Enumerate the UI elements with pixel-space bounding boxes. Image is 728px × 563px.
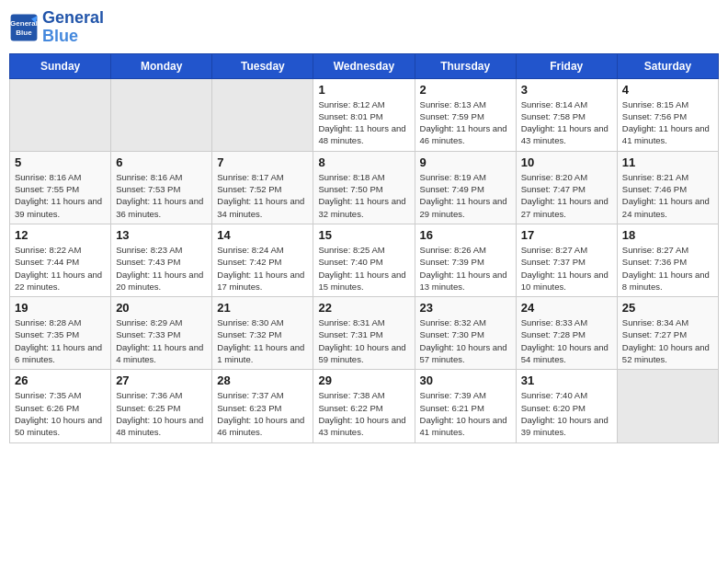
- day-number: 28: [217, 373, 308, 387]
- day-info: Sunrise: 8:20 AMSunset: 7:47 PMDaylight:…: [521, 171, 612, 220]
- calendar-cell: 25Sunrise: 8:34 AMSunset: 7:27 PMDayligh…: [617, 297, 718, 370]
- day-info: Sunrise: 8:30 AMSunset: 7:32 PMDaylight:…: [217, 316, 308, 365]
- logo-text: GeneralBlue: [42, 9, 104, 46]
- day-number: 2: [420, 83, 511, 97]
- day-info: Sunrise: 8:31 AMSunset: 7:31 PMDaylight:…: [318, 316, 409, 365]
- day-number: 24: [521, 301, 612, 315]
- calendar-cell: 17Sunrise: 8:27 AMSunset: 7:37 PMDayligh…: [516, 224, 617, 296]
- logo: General Blue GeneralBlue: [9, 9, 104, 46]
- day-number: 19: [15, 301, 106, 315]
- day-number: 8: [318, 155, 409, 169]
- calendar-cell: 8Sunrise: 8:18 AMSunset: 7:50 PMDaylight…: [313, 151, 415, 224]
- day-info: Sunrise: 8:29 AMSunset: 7:33 PMDaylight:…: [116, 316, 207, 365]
- day-info: Sunrise: 8:27 AMSunset: 7:37 PMDaylight:…: [521, 244, 612, 293]
- day-number: 1: [318, 83, 409, 97]
- calendar-cell: 14Sunrise: 8:24 AMSunset: 7:42 PMDayligh…: [212, 224, 313, 296]
- calendar-cell: 6Sunrise: 8:16 AMSunset: 7:53 PMDaylight…: [111, 151, 212, 224]
- day-number: 18: [622, 228, 713, 242]
- day-info: Sunrise: 8:18 AMSunset: 7:50 PMDaylight:…: [318, 171, 409, 220]
- calendar-cell: 11Sunrise: 8:21 AMSunset: 7:46 PMDayligh…: [617, 151, 718, 224]
- calendar-cell: 24Sunrise: 8:33 AMSunset: 7:28 PMDayligh…: [516, 297, 617, 370]
- calendar-cell: 3Sunrise: 8:14 AMSunset: 7:58 PMDaylight…: [516, 78, 617, 151]
- day-number: 7: [217, 155, 308, 169]
- day-header-wednesday: Wednesday: [313, 53, 415, 78]
- day-info: Sunrise: 7:35 AMSunset: 6:26 PMDaylight:…: [15, 389, 106, 438]
- logo-icon: General Blue: [9, 13, 39, 42]
- day-header-saturday: Saturday: [617, 53, 718, 78]
- day-info: Sunrise: 8:17 AMSunset: 7:52 PMDaylight:…: [217, 171, 308, 220]
- page-header: General Blue GeneralBlue: [9, 9, 719, 46]
- day-number: 4: [622, 83, 713, 97]
- calendar-cell: 12Sunrise: 8:22 AMSunset: 7:44 PMDayligh…: [10, 224, 111, 296]
- day-number: 17: [521, 228, 612, 242]
- calendar-table: SundayMondayTuesdayWednesdayThursdayFrid…: [9, 53, 719, 443]
- calendar-cell: 5Sunrise: 8:16 AMSunset: 7:55 PMDaylight…: [10, 151, 111, 224]
- day-info: Sunrise: 7:36 AMSunset: 6:25 PMDaylight:…: [116, 389, 207, 438]
- day-info: Sunrise: 8:27 AMSunset: 7:36 PMDaylight:…: [622, 244, 713, 293]
- calendar-cell: 13Sunrise: 8:23 AMSunset: 7:43 PMDayligh…: [111, 224, 212, 296]
- day-info: Sunrise: 8:13 AMSunset: 7:59 PMDaylight:…: [420, 98, 511, 147]
- day-info: Sunrise: 8:12 AMSunset: 8:01 PMDaylight:…: [318, 98, 409, 147]
- calendar-cell: [212, 78, 313, 151]
- day-info: Sunrise: 8:26 AMSunset: 7:39 PMDaylight:…: [420, 244, 511, 293]
- day-info: Sunrise: 7:37 AMSunset: 6:23 PMDaylight:…: [217, 389, 308, 438]
- day-number: 20: [116, 301, 207, 315]
- day-number: 3: [521, 83, 612, 97]
- day-number: 14: [217, 228, 308, 242]
- day-number: 10: [521, 155, 612, 169]
- calendar-cell: 18Sunrise: 8:27 AMSunset: 7:36 PMDayligh…: [617, 224, 718, 296]
- calendar-cell: 16Sunrise: 8:26 AMSunset: 7:39 PMDayligh…: [415, 224, 516, 296]
- calendar-cell: 31Sunrise: 7:40 AMSunset: 6:20 PMDayligh…: [516, 370, 617, 442]
- day-number: 15: [318, 228, 409, 242]
- day-info: Sunrise: 8:24 AMSunset: 7:42 PMDaylight:…: [217, 244, 308, 293]
- calendar-cell: 22Sunrise: 8:31 AMSunset: 7:31 PMDayligh…: [313, 297, 415, 370]
- calendar-cell: 4Sunrise: 8:15 AMSunset: 7:56 PMDaylight…: [617, 78, 718, 151]
- day-info: Sunrise: 8:25 AMSunset: 7:40 PMDaylight:…: [318, 244, 409, 293]
- day-header-monday: Monday: [111, 53, 212, 78]
- svg-text:Blue: Blue: [16, 29, 32, 37]
- day-info: Sunrise: 8:32 AMSunset: 7:30 PMDaylight:…: [420, 316, 511, 365]
- day-number: 16: [420, 228, 511, 242]
- day-info: Sunrise: 7:40 AMSunset: 6:20 PMDaylight:…: [521, 389, 612, 438]
- day-number: 22: [318, 301, 409, 315]
- day-header-sunday: Sunday: [10, 53, 111, 78]
- day-number: 27: [116, 373, 207, 387]
- calendar-cell: 20Sunrise: 8:29 AMSunset: 7:33 PMDayligh…: [111, 297, 212, 370]
- day-number: 13: [116, 228, 207, 242]
- calendar-cell: 27Sunrise: 7:36 AMSunset: 6:25 PMDayligh…: [111, 370, 212, 442]
- day-number: 9: [420, 155, 511, 169]
- day-info: Sunrise: 8:16 AMSunset: 7:55 PMDaylight:…: [15, 171, 106, 220]
- day-number: 25: [622, 301, 713, 315]
- day-info: Sunrise: 8:33 AMSunset: 7:28 PMDaylight:…: [521, 316, 612, 365]
- calendar-cell: [617, 370, 718, 442]
- calendar-cell: 15Sunrise: 8:25 AMSunset: 7:40 PMDayligh…: [313, 224, 415, 296]
- day-number: 30: [420, 373, 511, 387]
- calendar-cell: 10Sunrise: 8:20 AMSunset: 7:47 PMDayligh…: [516, 151, 617, 224]
- day-header-tuesday: Tuesday: [212, 53, 313, 78]
- calendar-cell: 19Sunrise: 8:28 AMSunset: 7:35 PMDayligh…: [10, 297, 111, 370]
- calendar-cell: 26Sunrise: 7:35 AMSunset: 6:26 PMDayligh…: [10, 370, 111, 442]
- calendar-cell: 28Sunrise: 7:37 AMSunset: 6:23 PMDayligh…: [212, 370, 313, 442]
- day-info: Sunrise: 8:16 AMSunset: 7:53 PMDaylight:…: [116, 171, 207, 220]
- day-header-friday: Friday: [516, 53, 617, 78]
- day-info: Sunrise: 8:21 AMSunset: 7:46 PMDaylight:…: [622, 171, 713, 220]
- day-info: Sunrise: 8:28 AMSunset: 7:35 PMDaylight:…: [15, 316, 106, 365]
- day-info: Sunrise: 8:23 AMSunset: 7:43 PMDaylight:…: [116, 244, 207, 293]
- calendar-cell: 29Sunrise: 7:38 AMSunset: 6:22 PMDayligh…: [313, 370, 415, 442]
- day-header-thursday: Thursday: [415, 53, 516, 78]
- day-number: 23: [420, 301, 511, 315]
- day-info: Sunrise: 8:22 AMSunset: 7:44 PMDaylight:…: [15, 244, 106, 293]
- calendar-cell: [10, 78, 111, 151]
- day-number: 21: [217, 301, 308, 315]
- calendar-cell: 21Sunrise: 8:30 AMSunset: 7:32 PMDayligh…: [212, 297, 313, 370]
- day-info: Sunrise: 8:34 AMSunset: 7:27 PMDaylight:…: [622, 316, 713, 365]
- day-number: 31: [521, 373, 612, 387]
- day-number: 12: [15, 228, 106, 242]
- calendar-cell: 1Sunrise: 8:12 AMSunset: 8:01 PMDaylight…: [313, 78, 415, 151]
- day-number: 11: [622, 155, 713, 169]
- day-info: Sunrise: 8:14 AMSunset: 7:58 PMDaylight:…: [521, 98, 612, 147]
- calendar-cell: 30Sunrise: 7:39 AMSunset: 6:21 PMDayligh…: [415, 370, 516, 442]
- day-info: Sunrise: 8:19 AMSunset: 7:49 PMDaylight:…: [420, 171, 511, 220]
- day-info: Sunrise: 7:38 AMSunset: 6:22 PMDaylight:…: [318, 389, 409, 438]
- calendar-cell: 23Sunrise: 8:32 AMSunset: 7:30 PMDayligh…: [415, 297, 516, 370]
